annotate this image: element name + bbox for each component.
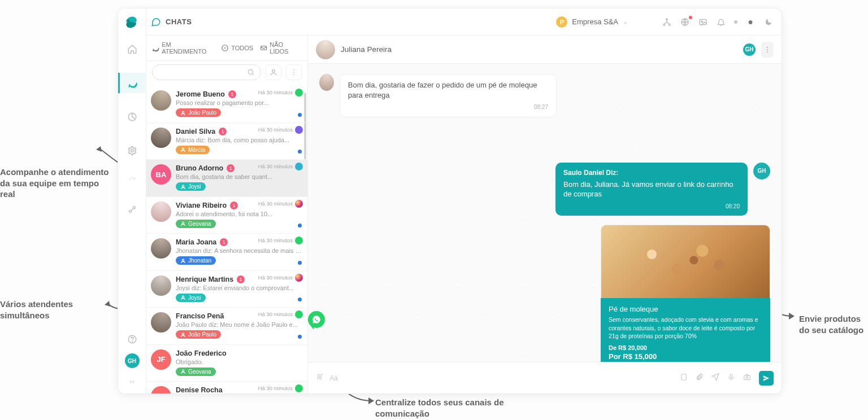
composer: Aa — [308, 362, 782, 393]
conversation-item[interactable]: Maria Joana1 Jhonatan diz: A senhora nec… — [146, 234, 307, 271]
conversation-item[interactable]: JF João Frederico Obrigado. Geovana — [146, 345, 307, 382]
page-title: CHATS — [166, 18, 192, 26]
svg-point-27 — [767, 47, 768, 48]
send-button[interactable] — [759, 371, 774, 386]
assignee-tag: Joysi — [176, 182, 206, 191]
company-selector[interactable]: P Empresa S&A ⌄ — [556, 16, 628, 28]
assignee-tag: Joysi — [176, 294, 206, 302]
avatar — [151, 275, 171, 296]
conversation-item[interactable]: Daniel Silva1 Márcia diz: Bom dia, como … — [146, 123, 307, 160]
avatar — [151, 238, 171, 259]
svg-point-20 — [182, 148, 184, 150]
rail-expand[interactable]: ›› — [129, 377, 134, 386]
tab-all[interactable]: TODOS — [221, 44, 253, 52]
svg-point-21 — [182, 185, 184, 187]
image-icon[interactable] — [698, 17, 708, 27]
tab-in-service[interactable]: EM ATENDIMENTO — [152, 41, 214, 55]
message-author: Saulo Daniel Diz: — [563, 168, 740, 177]
conversation-item[interactable]: Viviane Ribeiro1 Adorei o atendimento, f… — [146, 197, 307, 234]
bell-icon[interactable] — [716, 17, 726, 27]
share-icon[interactable] — [662, 17, 672, 27]
conversation-scroll[interactable]: Jerome Bueno1 Posso realizar o pagamento… — [146, 86, 307, 393]
send-plane-icon[interactable] — [711, 373, 719, 383]
conversation-item[interactable]: Jerome Bueno1 Posso realizar o pagamento… — [146, 86, 307, 123]
tab-unread[interactable]: NÃO LIDOS — [260, 41, 302, 55]
chat-header: Juliana Pereira GH — [308, 36, 782, 64]
rail-agent-avatar[interactable]: GH — [125, 353, 140, 368]
agent-avatar: GH — [753, 163, 770, 180]
list-tabs: EM ATENDIMENTO TODOS NÃO LIDOS — [146, 36, 307, 61]
theme-dot-icon[interactable]: ● — [745, 17, 756, 27]
rail-help[interactable] — [118, 334, 146, 344]
contact-name: Juliana Pereira — [341, 45, 392, 54]
rail-chats[interactable] — [118, 73, 146, 93]
product-image — [601, 225, 770, 298]
agent-avatar[interactable]: GH — [743, 43, 756, 56]
rail-reports[interactable] — [118, 107, 146, 127]
rail-settings[interactable] — [118, 141, 146, 161]
message-input[interactable]: Aa — [329, 374, 674, 382]
product-price-to: Por R$ 15,000 — [609, 352, 762, 361]
quick-reply-icon[interactable] — [680, 373, 688, 383]
search-input[interactable] — [152, 64, 261, 80]
svg-point-18 — [293, 74, 294, 75]
avatar: JF — [151, 349, 171, 370]
conversation-item[interactable]: Franciso Penã João Paulo diz: Meu nome é… — [146, 308, 307, 345]
search-row — [146, 61, 307, 86]
assignee-tag: Márcia — [176, 146, 210, 154]
svg-point-26 — [182, 370, 184, 371]
message-time: 08:27 — [348, 103, 548, 111]
svg-point-11 — [132, 341, 132, 342]
message-text: Bom dia, Juliana. Já vamos enviar o link… — [563, 180, 740, 199]
unread-dot — [298, 335, 302, 339]
message-outgoing: Saulo Daniel Diz: Bom dia, Juliana. Já v… — [555, 163, 770, 216]
camera-icon[interactable] — [743, 373, 751, 383]
rail-home[interactable] — [118, 39, 146, 59]
unread-dot — [298, 113, 302, 117]
message-incoming: Bom dia, gostaria de fazer o pedido de u… — [319, 74, 557, 117]
contact-avatar — [319, 74, 334, 91]
filter-user-icon[interactable] — [266, 64, 281, 80]
list-more-icon[interactable] — [286, 64, 302, 80]
unread-dot — [298, 224, 302, 228]
conversation-item[interactable]: Henrique Martins1 Joysi diz: Estarei env… — [146, 271, 307, 308]
message-text: Bom dia, gostaria de fazer o pedido de u… — [348, 80, 548, 100]
whatsapp-icon — [295, 89, 303, 97]
contact-avatar[interactable] — [316, 40, 335, 59]
rail-refresh[interactable] — [118, 174, 146, 186]
svg-point-24 — [182, 296, 184, 298]
company-avatar: P — [556, 16, 567, 28]
avatar — [151, 312, 171, 333]
conversation-item[interactable]: BA Bruno Adorno1 Bom dia, gostaria de sa… — [146, 160, 307, 197]
unread-dot — [298, 150, 302, 154]
attachment-icon[interactable] — [696, 373, 704, 383]
messages-area[interactable]: Bom dia, gostaria de fazer o pedido de u… — [308, 64, 782, 362]
svg-point-15 — [272, 69, 275, 72]
chat-more-icon[interactable] — [761, 42, 774, 58]
moon-icon[interactable] — [763, 17, 774, 27]
svg-point-17 — [293, 72, 294, 73]
svg-rect-32 — [682, 374, 686, 380]
channel-icon — [295, 163, 303, 170]
chevron-down-icon: ⌄ — [623, 18, 628, 25]
avatar — [151, 202, 171, 222]
rail-integrations[interactable] — [118, 199, 146, 220]
format-icon[interactable] — [316, 373, 324, 383]
mic-icon[interactable] — [727, 373, 735, 383]
svg-point-22 — [182, 222, 184, 224]
logo-icon — [123, 13, 141, 31]
topbar: CHATS P Empresa S&A ⌄ ● — [118, 8, 782, 36]
product-title: Pé de moleque — [609, 305, 762, 313]
svg-point-28 — [767, 49, 768, 50]
whatsapp-icon — [295, 384, 303, 392]
assignee-tag: Jhonatan — [176, 256, 216, 265]
product-description: Sem conservantes, adoçado com stevia e c… — [609, 316, 762, 340]
globe-icon[interactable] — [680, 17, 690, 27]
topbar-icons: ● — [662, 17, 774, 27]
search-icon — [247, 68, 255, 76]
annotation-products: Envie produtos do seu catálogo — [799, 313, 868, 335]
conversation-item[interactable]: DR Denise Rocha Ok, fico no aguardo Há 3… — [146, 382, 307, 393]
unread-dot — [298, 261, 302, 265]
status-dot — [734, 20, 737, 24]
svg-point-14 — [248, 69, 253, 74]
